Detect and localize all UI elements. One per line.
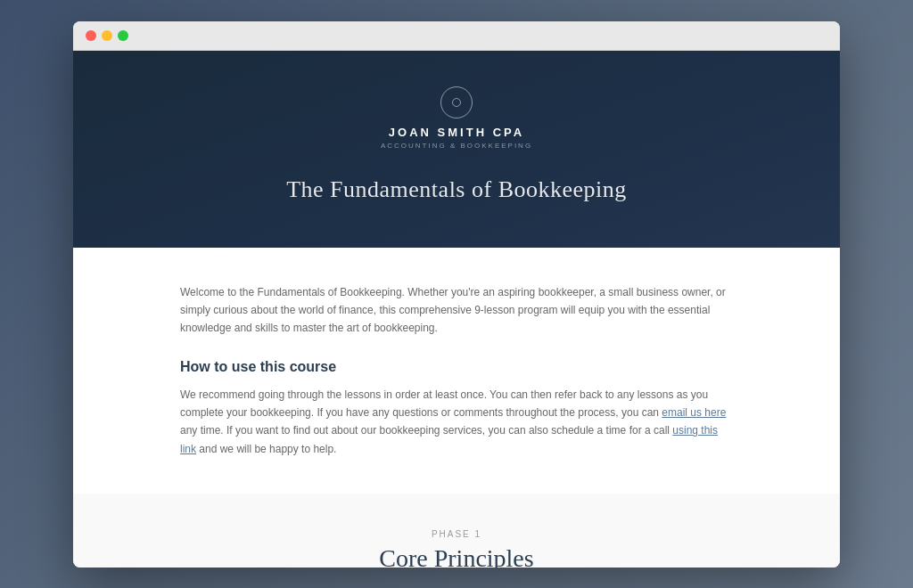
logo-inner-circle	[452, 98, 461, 107]
email-link[interactable]: email us here	[662, 406, 726, 419]
maximize-dot[interactable]	[118, 30, 128, 41]
how-to-text: We recommend going through the lessons i…	[180, 386, 733, 459]
how-to-text-part1: We recommend going through the lessons i…	[180, 388, 708, 419]
browser-titlebar	[73, 21, 840, 51]
brand-tagline: ACCOUNTING & BOOKKEEPING	[381, 142, 532, 150]
phase-label: PHASE 1	[109, 529, 804, 539]
phase-title: Core Principles	[109, 544, 804, 567]
browser-content: JOAN SMITH CPA ACCOUNTING & BOOKKEEPING …	[73, 51, 840, 568]
page-title: The Fundamentals of Bookkeeping	[91, 176, 822, 203]
how-to-heading: How to use this course	[180, 359, 733, 375]
intro-paragraph: Welcome to the Fundamentals of Bookkeepi…	[180, 283, 733, 338]
how-to-text-part3: and we will be happy to help.	[196, 443, 336, 455]
browser-window: JOAN SMITH CPA ACCOUNTING & BOOKKEEPING …	[73, 21, 840, 568]
hero-section: JOAN SMITH CPA ACCOUNTING & BOOKKEEPING …	[73, 51, 840, 248]
phase-section: PHASE 1 Core Principles ✓	[73, 494, 840, 567]
how-to-text-part2: any time. If you want to find out about …	[180, 424, 672, 437]
close-dot[interactable]	[86, 30, 96, 41]
minimize-dot[interactable]	[102, 30, 112, 41]
brand-name: JOAN SMITH CPA	[389, 126, 524, 139]
logo-icon	[440, 86, 473, 118]
brand-logo: JOAN SMITH CPA ACCOUNTING & BOOKKEEPING	[91, 86, 822, 150]
main-content: Welcome to the Fundamentals of Bookkeepi…	[73, 248, 840, 494]
